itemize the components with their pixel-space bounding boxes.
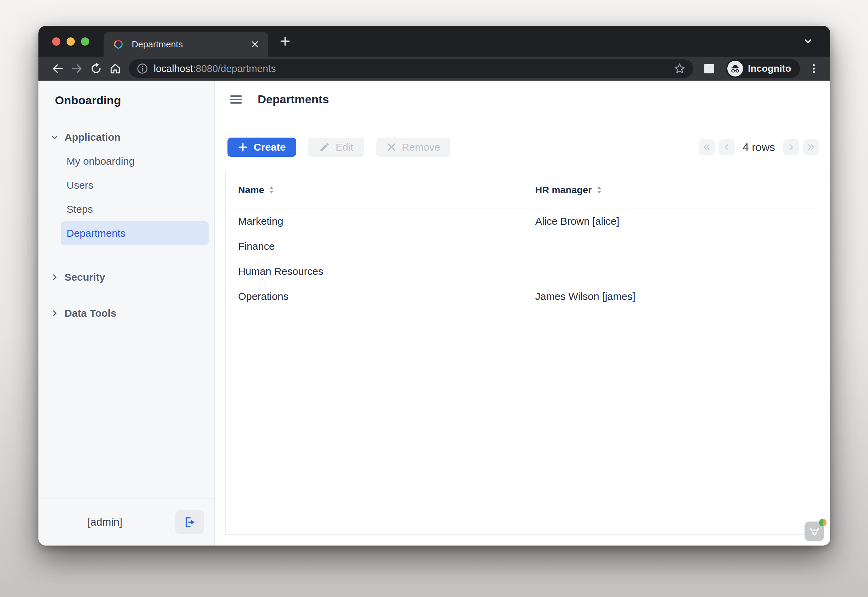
sidebar-item-departments[interactable]: Departments [61,221,209,245]
cell-hr-manager: Alice Brown [alice] [535,215,819,227]
table-row[interactable]: Marketing Alice Brown [alice] [226,209,819,234]
tab-strip: Departments [39,26,830,56]
new-tab-button[interactable] [279,35,291,47]
remove-button[interactable]: Remove [376,138,451,157]
current-user-label: [admin] [88,516,123,529]
sidebar-section-data-tools[interactable]: Data Tools [39,301,214,325]
table-row[interactable]: Human Resources [226,259,819,284]
plus-icon [238,142,248,152]
x-icon [387,143,396,152]
prev-page-button[interactable] [719,139,734,155]
browser-tab[interactable]: Departments [104,32,268,56]
section-label: Security [64,272,105,283]
table-row[interactable]: Finance [226,234,819,259]
status-badge [819,519,826,526]
column-header-hr-manager[interactable]: HR manager [535,184,819,196]
cell-hr-manager: James Wilson [james] [535,291,819,302]
pagination: 4 rows [699,139,819,155]
logout-button[interactable] [175,510,204,534]
table-header: Name HR manager [226,171,819,209]
column-label: HR manager [535,184,592,196]
section-label: Application [64,131,120,143]
back-icon[interactable] [48,59,67,78]
tab-search-chevron-icon[interactable] [803,36,813,46]
incognito-badge: Incognito [726,59,800,78]
main-header: Departments [215,81,830,118]
incognito-icon [727,61,743,77]
close-window-button[interactable] [52,37,60,46]
extension-widget-button[interactable] [804,521,824,541]
column-header-name[interactable]: Name [226,184,535,196]
column-label: Name [238,184,264,196]
rows-count-label: 4 rows [743,141,775,154]
browser-toolbar: localhost:8080/departments Inc [39,56,830,81]
departments-table: Name HR manager [226,171,819,535]
chevron-right-icon [50,309,59,318]
sort-icon [596,186,602,194]
url-host: localhost [154,63,193,74]
tab-title: Departments [132,39,251,50]
minimize-window-button[interactable] [67,37,75,46]
forward-icon[interactable] [67,59,86,78]
sidebar-item-users[interactable]: Users [61,173,209,197]
application-items: My onboarding Users Steps Departments [39,149,214,245]
browser-window: Departments [39,26,830,545]
browser-menu-icon[interactable] [807,63,821,74]
main-area: Departments Create [215,81,830,545]
traffic-lights [52,37,89,46]
cell-name: Marketing [226,215,535,227]
remove-label: Remove [402,141,440,153]
edit-button[interactable]: Edit [308,138,364,157]
reload-icon[interactable] [86,59,106,78]
chevron-down-icon [50,132,59,142]
sidebar-item-my-onboarding[interactable]: My onboarding [61,149,209,173]
edit-label: Edit [335,141,353,153]
sort-icon [269,186,274,194]
bull-icon [808,525,821,538]
sidebar-section-security[interactable]: Security [39,265,214,289]
sidebar-section-application[interactable]: Application [39,125,214,149]
home-icon[interactable] [106,59,125,78]
actions-row: Create Edit Remove [227,138,819,157]
bookmark-star-icon[interactable] [674,62,686,75]
first-page-button[interactable] [699,139,715,155]
sidebar-nav: Application My onboarding Users Steps De… [39,125,214,325]
url-path: :8080/departments [193,63,276,74]
cell-name: Human Resources [226,266,535,277]
address-bar[interactable]: localhost:8080/departments [129,59,693,78]
favicon-icon [113,39,124,50]
table-row[interactable]: Operations James Wilson [james] [226,284,819,309]
side-panel-icon[interactable] [700,59,719,78]
incognito-label: Incognito [748,63,791,74]
menu-hamburger-icon[interactable] [230,94,243,105]
page-title: Departments [258,93,329,106]
section-label: Data Tools [64,307,116,319]
cell-name: Operations [226,291,535,302]
logout-icon [183,516,196,529]
site-info-icon[interactable] [137,63,148,74]
last-page-button[interactable] [803,139,819,155]
zoom-window-button[interactable] [81,37,89,46]
page-content: Onboarding Application My onboarding Use… [39,81,830,545]
chevron-right-icon [50,272,59,282]
next-page-button[interactable] [783,139,799,155]
app-title: Onboarding [55,94,121,107]
create-label: Create [254,141,285,153]
url-text: localhost:8080/departments [154,63,674,74]
create-button[interactable]: Create [227,138,296,157]
sidebar: Onboarding Application My onboarding Use… [39,81,215,545]
tab-close-icon[interactable] [251,40,260,49]
cell-name: Finance [226,241,535,252]
sidebar-item-steps[interactable]: Steps [61,197,209,221]
sidebar-user-bar: [admin] [39,499,214,545]
pencil-icon [319,142,330,153]
